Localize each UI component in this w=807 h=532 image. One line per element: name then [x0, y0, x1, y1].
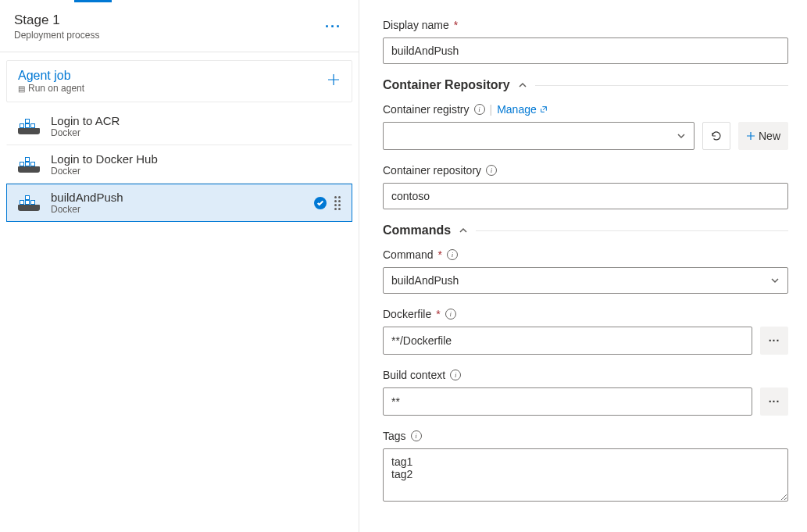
status-ok-icon: [314, 197, 327, 209]
left-panel: Stage 1 Deployment process ··· Agent job…: [0, 0, 359, 532]
tags-label: Tags i: [383, 430, 788, 442]
add-task-button[interactable]: [327, 71, 341, 91]
task-sub: Docker: [51, 166, 341, 177]
stage-title: Stage 1: [14, 12, 99, 28]
task-name: Login to Docker Hub: [51, 152, 341, 166]
task-name: Login to ACR: [51, 114, 341, 127]
task-sub: Docker: [51, 204, 314, 215]
task-row[interactable]: Login to Docker Hub Docker: [6, 145, 352, 184]
plus-icon: [746, 131, 755, 141]
section-container-repository[interactable]: Container Repository: [383, 78, 788, 92]
refresh-button[interactable]: [702, 122, 730, 150]
command-row: Command * i buildAndPush: [383, 248, 788, 294]
docker-icon: [18, 192, 40, 214]
build-context-row: Build context i ···: [383, 369, 788, 416]
info-icon[interactable]: i: [445, 309, 456, 320]
display-name-label: Display name *: [383, 19, 788, 31]
task-name: buildAndPush: [51, 191, 314, 204]
agent-job-row[interactable]: Agent job ▤ Run on agent: [6, 60, 352, 102]
docker-icon: [18, 116, 40, 137]
info-icon[interactable]: i: [447, 249, 458, 260]
required-icon: *: [436, 308, 440, 320]
task-row[interactable]: Login to ACR Docker: [6, 107, 352, 145]
browse-build-context-button[interactable]: ···: [760, 387, 788, 416]
active-tab-indicator: [74, 0, 112, 2]
stage-subtitle: Deployment process: [14, 30, 99, 41]
container-repository-row: Container repository i: [383, 164, 788, 209]
dockerfile-label: Dockerfile * i: [383, 308, 788, 320]
task-sub: Docker: [51, 127, 341, 138]
section-commands[interactable]: Commands: [383, 223, 788, 237]
refresh-icon: [710, 130, 723, 142]
chevron-down-icon: [677, 131, 686, 141]
info-icon[interactable]: i: [411, 430, 422, 441]
agent-job-title: Agent job: [18, 69, 84, 83]
plus-icon: [327, 73, 341, 87]
command-label: Command * i: [383, 248, 788, 261]
container-repository-input[interactable]: [383, 183, 788, 209]
dockerfile-row: Dockerfile * i ···: [383, 308, 788, 355]
external-link-icon: [540, 105, 548, 113]
info-icon[interactable]: i: [486, 165, 497, 176]
container-repository-label: Container repository i: [383, 164, 788, 177]
new-service-connection-button[interactable]: New: [738, 122, 788, 150]
task-list: Agent job ▤ Run on agent Login to ACR Do…: [0, 52, 359, 532]
stage-header[interactable]: Stage 1 Deployment process ···: [0, 3, 359, 52]
chevron-up-icon: [459, 226, 468, 235]
tags-row: Tags i: [383, 430, 788, 504]
command-select[interactable]: buildAndPush: [383, 267, 788, 294]
agent-job-subtitle: ▤ Run on agent: [18, 83, 84, 94]
dockerfile-input[interactable]: [383, 327, 752, 355]
info-icon[interactable]: i: [450, 370, 461, 380]
container-registry-label: Container registry i | Manage: [383, 103, 788, 116]
tags-textarea[interactable]: [383, 448, 788, 502]
build-context-label: Build context i: [383, 369, 788, 381]
display-name-row: Display name *: [383, 19, 788, 64]
docker-icon: [18, 154, 40, 176]
right-panel: Display name * Container Repository Cont…: [359, 0, 807, 532]
display-name-input[interactable]: [383, 37, 788, 64]
build-context-input[interactable]: [383, 387, 752, 416]
server-icon: ▤: [18, 84, 25, 93]
chevron-up-icon: [518, 80, 527, 90]
task-row-selected[interactable]: buildAndPush Docker: [6, 184, 352, 222]
container-registry-row: Container registry i | Manage New: [383, 103, 788, 150]
stage-more-button[interactable]: ···: [322, 16, 345, 38]
chevron-down-icon: [770, 276, 780, 285]
required-icon: *: [454, 19, 458, 31]
manage-link[interactable]: Manage: [497, 103, 548, 116]
info-icon[interactable]: i: [474, 104, 485, 115]
browse-dockerfile-button[interactable]: ···: [760, 327, 788, 355]
drag-handle-icon[interactable]: [334, 196, 341, 210]
required-icon: *: [438, 248, 442, 261]
container-registry-select[interactable]: [383, 122, 695, 150]
